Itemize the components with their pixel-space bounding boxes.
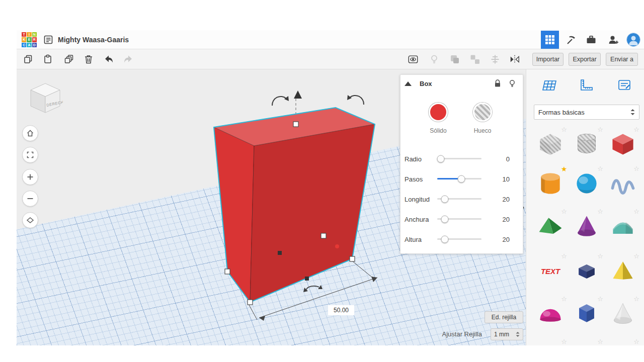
slider-value[interactable]: 10	[489, 170, 510, 188]
shape-tile-sphere[interactable]	[573, 169, 601, 198]
favorite-star-icon[interactable]: ☆	[560, 296, 568, 303]
slider-value[interactable]: 20	[489, 230, 510, 248]
rotate-handle-bottom[interactable]	[303, 285, 323, 292]
lightbulb-icon[interactable]	[429, 54, 440, 65]
shapes-sidebar: Formas básicas ☆ ☆	[526, 69, 644, 345]
shape-tile-hex-prism[interactable]	[573, 300, 601, 328]
zoom-in-button[interactable]	[22, 169, 38, 185]
favorite-star-icon[interactable]: ☆	[633, 126, 640, 133]
shape-tile-scribble[interactable]	[609, 169, 637, 198]
shape-tile-half-sphere[interactable]	[536, 300, 565, 328]
workplane-tool-icon[interactable]	[540, 77, 557, 94]
logo-cell: E	[27, 37, 31, 42]
rotate-handle-left[interactable]	[272, 96, 289, 106]
shape-tile-box-hole[interactable]	[536, 130, 565, 158]
hole-swatch[interactable]	[473, 103, 492, 122]
undo-icon[interactable]	[103, 54, 114, 65]
shape-tile-round-roof[interactable]	[609, 212, 637, 240]
mirror-icon[interactable]	[509, 54, 520, 65]
zoom-out-button[interactable]	[22, 191, 38, 207]
shape-tile-text[interactable]: TEXT	[536, 257, 565, 285]
shape-tile-cylinder[interactable]	[536, 169, 565, 198]
favorite-star-icon[interactable]: ☆	[597, 126, 604, 133]
rotate-handle-right[interactable]	[347, 95, 364, 105]
favorite-star-icon[interactable]: ☆	[560, 126, 568, 133]
blocks-pickaxe-icon[interactable]	[565, 34, 577, 46]
favorite-star-icon[interactable]: ☆	[633, 165, 640, 172]
snap-grid-dropdown[interactable]: 1 mm	[491, 328, 523, 340]
slider-knob[interactable]	[441, 235, 448, 243]
shape-tile-paraboloid[interactable]	[609, 300, 637, 328]
design-title[interactable]: Mighty Waasa-Gaaris	[58, 30, 129, 49]
favorite-star-icon[interactable]: ☆	[633, 338, 640, 345]
favorite-star-icon[interactable]: ☆	[597, 208, 604, 215]
perspective-toggle-button[interactable]	[22, 212, 38, 228]
slider-knob[interactable]	[441, 195, 448, 203]
delete-icon[interactable]	[83, 54, 94, 65]
snap-grid-value: 1 mm	[494, 331, 509, 338]
dashboard-grid-button[interactable]	[541, 31, 559, 49]
slider-value[interactable]: 20	[489, 210, 510, 228]
slider-knob[interactable]	[441, 215, 448, 223]
document-menu-icon[interactable]	[43, 34, 54, 45]
favorite-star-icon[interactable]: ☆	[633, 208, 640, 215]
shape-category-value: Formas básicas	[538, 109, 585, 116]
show-hidden-icon[interactable]	[408, 54, 419, 65]
favorite-star-icon[interactable]: ☆	[633, 253, 640, 260]
edit-grid-button[interactable]: Ed. rejilla	[485, 311, 523, 323]
favorite-star-icon[interactable]: ☆	[597, 253, 604, 260]
view-home-button[interactable]	[22, 125, 38, 141]
favorite-star-icon[interactable]: ☆	[560, 253, 568, 260]
hide-lightbulb-icon[interactable]	[508, 79, 517, 88]
slider-track[interactable]	[437, 238, 481, 240]
notes-tool-icon[interactable]	[616, 77, 633, 94]
slider-track[interactable]	[437, 178, 481, 179]
snap-point[interactable]	[335, 244, 339, 248]
user-avatar[interactable]	[626, 33, 640, 47]
redo-icon[interactable]	[123, 54, 134, 65]
favorite-star-icon[interactable]: ☆	[560, 208, 568, 215]
fit-view-button[interactable]	[22, 147, 38, 163]
slider-value[interactable]: 0	[489, 150, 510, 168]
dimension-value-label[interactable]: 50.00	[328, 305, 354, 315]
import-button[interactable]: Importar	[532, 53, 564, 66]
lock-icon[interactable]	[493, 79, 502, 88]
group-icon[interactable]	[449, 54, 460, 65]
shape-tile-pyramid[interactable]	[609, 257, 637, 285]
ruler-tool-icon[interactable]	[577, 77, 594, 94]
favorite-star-icon[interactable]: ☆	[560, 338, 568, 345]
shape-tile-cylinder-hole[interactable]	[573, 130, 601, 158]
view-cube[interactable]: DERECHA	[28, 80, 63, 117]
briefcase-icon[interactable]	[585, 34, 597, 46]
slider-label: Longitud	[405, 190, 430, 208]
solid-swatch[interactable]	[429, 103, 448, 122]
collapse-panel-icon[interactable]	[405, 81, 412, 86]
add-person-icon[interactable]	[607, 34, 619, 46]
ungroup-icon[interactable]	[469, 54, 480, 65]
slider-knob[interactable]	[458, 175, 465, 183]
favorite-star-icon[interactable]: ☆	[597, 338, 604, 345]
slider-knob[interactable]	[437, 155, 445, 162]
favorite-star-icon[interactable]: ☆	[597, 296, 604, 303]
favorite-star-icon[interactable]: ★	[560, 165, 568, 172]
shape-tile-roof[interactable]	[536, 212, 565, 240]
shape-category-dropdown[interactable]: Formas básicas	[534, 105, 639, 120]
shape-tile-box[interactable]	[609, 130, 637, 158]
paste-icon[interactable]	[42, 54, 53, 65]
favorite-star-icon[interactable]: ☆	[597, 165, 604, 172]
slider-track[interactable]	[437, 218, 481, 220]
slider-track[interactable]	[437, 198, 481, 200]
favorite-star-icon[interactable]: ☆	[633, 296, 640, 303]
align-icon[interactable]	[490, 54, 501, 65]
tinkercad-logo-icon[interactable]: T I N K E R C A D	[22, 32, 37, 47]
slider-value[interactable]: 20	[489, 190, 510, 208]
copy-icon[interactable]	[23, 54, 34, 65]
send-to-button[interactable]: Enviar a	[606, 53, 638, 66]
export-button[interactable]: Exportar	[569, 53, 601, 66]
shape-tile-polygon[interactable]	[573, 257, 601, 285]
slider-track[interactable]	[437, 158, 481, 159]
raise-handle-cone[interactable]	[294, 90, 302, 99]
shape-tile-cone[interactable]	[573, 212, 601, 240]
polygon-shape-icon	[573, 257, 601, 285]
duplicate-icon[interactable]	[63, 54, 74, 65]
